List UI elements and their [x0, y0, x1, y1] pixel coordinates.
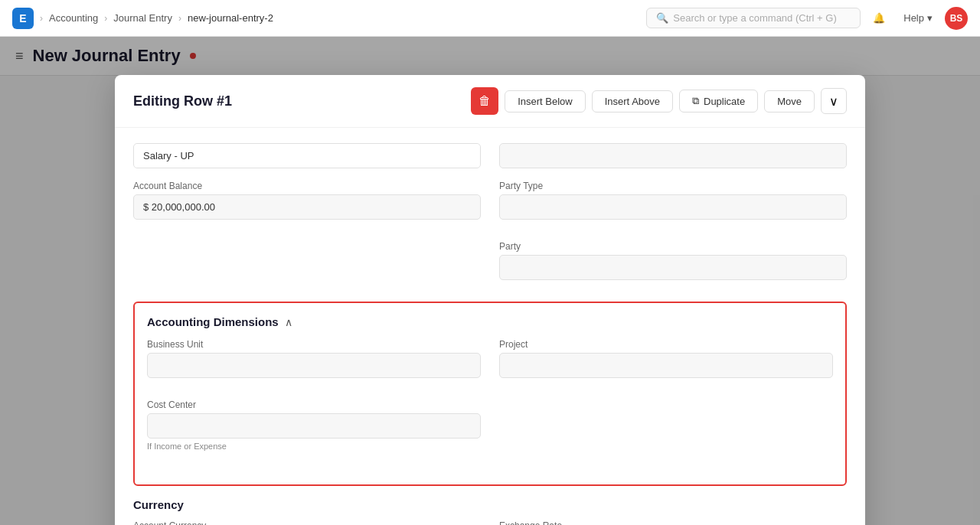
- account-currency-col: Account Currency: [133, 520, 481, 525]
- duplicate-button[interactable]: ⧉ Duplicate: [679, 90, 758, 112]
- dimensions-header: Accounting Dimensions ∧: [147, 315, 833, 328]
- breadcrumb-accounting[interactable]: Accounting: [49, 12, 98, 24]
- cost-center-col: Cost Center If Income or Expense: [147, 399, 481, 460]
- cost-center-input[interactable]: [147, 413, 481, 439]
- project-label: Project: [499, 339, 833, 350]
- account-balance-label: Account Balance: [133, 181, 481, 191]
- duplicate-icon: ⧉: [692, 95, 699, 107]
- help-button[interactable]: Help ▾: [897, 9, 939, 27]
- business-unit-group: Business Unit: [147, 339, 481, 378]
- dimensions-empty-col: [499, 399, 833, 460]
- search-placeholder-text: Search or type a command (Ctrl + G): [673, 12, 837, 24]
- breadcrumb-chevron-2: ›: [104, 13, 107, 24]
- cost-center-note: If Income or Expense: [147, 442, 481, 451]
- business-unit-input[interactable]: [147, 353, 481, 378]
- insert-above-button[interactable]: Insert Above: [592, 90, 673, 112]
- currency-section-title: Currency: [133, 498, 847, 511]
- search-icon: 🔍: [656, 12, 668, 24]
- currency-row: Account Currency Exchange Rate: [133, 520, 847, 525]
- balance-party-row: Account Balance $ 20,000,000.00 Party Ty…: [133, 181, 847, 229]
- party-label: Party: [499, 241, 847, 252]
- account-input[interactable]: [133, 143, 481, 168]
- business-unit-col: Business Unit: [147, 339, 481, 387]
- modal-actions: 🗑 Insert Below Insert Above ⧉ Duplicate …: [471, 87, 847, 115]
- move-button[interactable]: Move: [764, 90, 815, 112]
- party-row: Party: [133, 241, 847, 289]
- exchange-rate-col: Exchange Rate: [499, 520, 847, 525]
- breadcrumb-chevron-1: ›: [40, 13, 43, 24]
- insert-above-label: Insert Above: [605, 96, 660, 107]
- right-account-input[interactable]: [499, 143, 847, 168]
- dimensions-title: Accounting Dimensions: [147, 315, 279, 328]
- project-col: Project: [499, 339, 833, 387]
- modal-header: Editing Row #1 🗑 Insert Below Insert Abo…: [115, 75, 865, 128]
- insert-below-button[interactable]: Insert Below: [505, 90, 586, 112]
- party-type-label: Party Type: [499, 181, 847, 191]
- party-group: Party: [499, 241, 847, 280]
- party-empty-col: [133, 241, 481, 289]
- project-group: Project: [499, 339, 833, 378]
- help-chevron-icon: ▾: [927, 12, 933, 24]
- search-bar[interactable]: 🔍 Search or type a command (Ctrl + G): [646, 8, 861, 28]
- party-type-input[interactable]: [499, 194, 847, 220]
- duplicate-label: Duplicate: [704, 96, 745, 107]
- main-area: ≡ New Journal Entry Editing Row #1 🗑 Ins…: [0, 37, 980, 525]
- party-col: Party: [499, 241, 847, 289]
- account-currency-group: Account Currency: [133, 520, 481, 525]
- account-balance-group: Account Balance $ 20,000,000.00: [133, 181, 481, 220]
- breadcrumb-journal-entry[interactable]: Journal Entry: [113, 12, 172, 24]
- account-balance-value: $ 20,000,000.00: [133, 194, 481, 220]
- more-button[interactable]: ∨: [821, 88, 847, 114]
- project-input[interactable]: [499, 353, 833, 378]
- trash-icon: 🗑: [479, 94, 491, 108]
- modal-title: Editing Row #1: [133, 93, 232, 109]
- dimensions-toggle-icon[interactable]: ∧: [285, 316, 292, 328]
- modal-body: Account Balance $ 20,000,000.00 Party Ty…: [115, 128, 865, 525]
- account-col: [133, 143, 481, 168]
- breadcrumb-chevron-3: ›: [178, 13, 181, 24]
- insert-below-label: Insert Below: [518, 96, 573, 107]
- delete-button[interactable]: 🗑: [471, 87, 498, 115]
- breadcrumb-current: new-journal-entry-2: [188, 12, 273, 24]
- right-empty-col: [499, 143, 847, 168]
- dimensions-row-1: Business Unit Project: [147, 339, 833, 387]
- party-input[interactable]: [499, 255, 847, 280]
- app-icon[interactable]: E: [12, 8, 34, 29]
- notification-bell[interactable]: 🔔: [867, 9, 891, 27]
- account-row: [133, 143, 847, 168]
- account-currency-label: Account Currency: [133, 520, 481, 525]
- top-nav: E › Accounting › Journal Entry › new-jou…: [0, 0, 980, 37]
- move-label: Move: [777, 96, 802, 107]
- party-type-group: Party Type: [499, 181, 847, 220]
- cost-center-label: Cost Center: [147, 399, 481, 410]
- party-type-col: Party Type: [499, 181, 847, 229]
- accounting-dimensions-section: Accounting Dimensions ∧ Business Unit Pr…: [133, 302, 847, 486]
- account-balance-col: Account Balance $ 20,000,000.00: [133, 181, 481, 229]
- chevron-down-icon: ∨: [829, 94, 838, 109]
- exchange-rate-group: Exchange Rate: [499, 520, 847, 525]
- dimensions-row-2: Cost Center If Income or Expense: [147, 399, 833, 460]
- currency-section: Currency Account Currency Exchange Rate: [133, 498, 847, 525]
- exchange-rate-label: Exchange Rate: [499, 520, 847, 525]
- user-avatar[interactable]: BS: [945, 7, 968, 30]
- business-unit-label: Business Unit: [147, 339, 481, 350]
- cost-center-group: Cost Center If Income or Expense: [147, 399, 481, 451]
- edit-row-modal: Editing Row #1 🗑 Insert Below Insert Abo…: [115, 75, 865, 525]
